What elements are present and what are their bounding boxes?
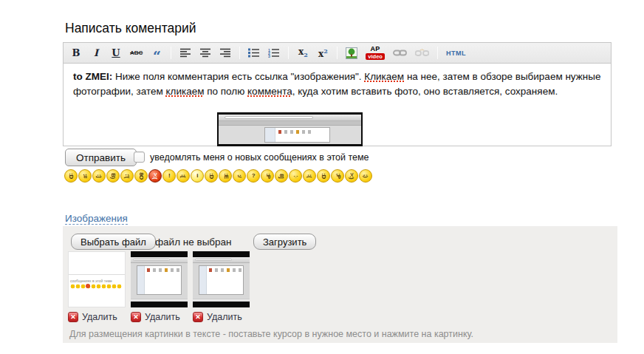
ordered-list-button[interactable]: 123 bbox=[268, 46, 280, 61]
mini-browser-chrome bbox=[131, 257, 188, 263]
emoticon-smirk[interactable]: :] bbox=[92, 169, 106, 183]
mini-divider bbox=[69, 274, 125, 275]
mini-window-body bbox=[193, 263, 250, 299]
align-left-button[interactable] bbox=[179, 46, 191, 61]
images-toggle-link[interactable]: Изображения bbox=[65, 213, 128, 225]
mini-status-bar bbox=[131, 299, 188, 302]
strikethrough-button[interactable]: ABC bbox=[130, 46, 143, 61]
comment-input-area[interactable]: to ZMEI: Ниже поля комментария есть ссыл… bbox=[64, 64, 611, 146]
mini-file-dialog bbox=[199, 265, 244, 295]
mini-file-dialog bbox=[137, 265, 182, 295]
emoticon-neutral[interactable]: -_- bbox=[289, 169, 302, 183]
toolbar-divider bbox=[337, 47, 338, 59]
quote-icon: “ bbox=[153, 52, 161, 60]
superscript-button[interactable]: x2 bbox=[317, 46, 329, 61]
mini-dialog-files bbox=[207, 266, 243, 294]
html-source-button[interactable]: HTML bbox=[446, 46, 466, 61]
emoticon-wink-tongue[interactable]: ;P bbox=[331, 169, 344, 183]
comment-segment: кликаем bbox=[165, 86, 204, 97]
comment-segment: Ниже поля комментария есть ссылка "изобр… bbox=[112, 71, 364, 82]
ap-label: AP bbox=[370, 46, 380, 52]
align-right-button[interactable] bbox=[219, 46, 231, 61]
remove-link-button[interactable] bbox=[415, 46, 429, 61]
toolbar-divider bbox=[437, 47, 438, 59]
insert-video-button[interactable]: AP video bbox=[366, 46, 385, 61]
insert-image-button[interactable] bbox=[346, 46, 357, 61]
emoticon-cool-sunglasses[interactable]: B) bbox=[106, 169, 120, 183]
emoticon-devil-grin[interactable]: >:) bbox=[345, 169, 358, 183]
comment-segment: по полю bbox=[204, 86, 247, 97]
emoticon-rolleyes[interactable]: 8] bbox=[275, 169, 288, 183]
emoticon-big-grin[interactable]: :D bbox=[317, 169, 330, 183]
unordered-list-button[interactable] bbox=[248, 46, 260, 61]
upload-button[interactable]: Загрузить bbox=[253, 234, 316, 250]
subscript-icon: x2 bbox=[298, 47, 308, 58]
align-center-icon bbox=[200, 48, 211, 58]
bold-icon: B bbox=[72, 47, 80, 58]
comment-segment: to ZMEI: bbox=[73, 71, 112, 82]
italic-button[interactable]: I bbox=[90, 46, 102, 61]
mini-emoticon-strip bbox=[70, 284, 122, 289]
comment-segment: коммента bbox=[247, 86, 292, 97]
emoticon-idea-bulb[interactable]: i bbox=[191, 169, 204, 183]
uploaded-thumbnail-1[interactable]: сообщениях в этой теме bbox=[68, 251, 126, 307]
emoticon-wink[interactable]: ;) bbox=[359, 169, 372, 183]
uploaded-thumbnail-2[interactable] bbox=[131, 251, 188, 307]
no-file-selected-text: файл не выбран bbox=[155, 236, 232, 248]
embedded-screenshot[interactable] bbox=[217, 112, 363, 146]
emoticon-laughing[interactable]: :D bbox=[64, 169, 78, 183]
toolbar-divider bbox=[288, 47, 289, 59]
mini-browser-chrome bbox=[193, 257, 250, 263]
blockquote-button[interactable]: “ bbox=[151, 46, 162, 61]
emoticon-tongue[interactable]: :P bbox=[261, 169, 274, 183]
broken-chain-icon bbox=[415, 48, 429, 58]
submit-button[interactable]: Отправить bbox=[65, 149, 137, 166]
mini-dialog-sidebar bbox=[265, 128, 275, 142]
mini-dialog-files bbox=[275, 128, 329, 142]
emoticon-doubt[interactable]: :/ bbox=[233, 169, 246, 183]
align-center-button[interactable] bbox=[199, 46, 211, 61]
comment-text: to ZMEI: Ниже поля комментария есть ссыл… bbox=[73, 69, 602, 99]
delete-image-2[interactable]: ✕ Удалить bbox=[131, 312, 180, 322]
underline-button[interactable]: U bbox=[110, 46, 122, 61]
italic-icon: I bbox=[94, 47, 98, 58]
mini-browser-chrome bbox=[219, 115, 361, 121]
unordered-list-icon bbox=[248, 48, 260, 58]
emoticon-happy[interactable]: :D bbox=[205, 169, 218, 183]
emoticon-eek[interactable]: 8O bbox=[134, 169, 148, 183]
mini-file-dialog bbox=[264, 127, 330, 143]
delete-image-1[interactable]: ✕ Удалить bbox=[68, 312, 117, 322]
comment-editor: B I U ABC “ bbox=[63, 42, 612, 146]
insert-link-button[interactable] bbox=[393, 46, 407, 61]
uploaded-thumbnail-3[interactable] bbox=[193, 251, 250, 307]
ordered-list-icon: 123 bbox=[268, 48, 280, 58]
toolbar-divider bbox=[171, 47, 171, 59]
editor-toolbar: B I U ABC “ bbox=[64, 43, 611, 64]
mini-dialog-sidebar bbox=[199, 266, 207, 294]
delete-label: Удалить bbox=[82, 312, 117, 322]
underline-icon: U bbox=[112, 47, 120, 58]
delete-x-icon: ✕ bbox=[68, 312, 78, 322]
emoticon-angry[interactable]: :[ bbox=[177, 169, 190, 183]
emoticon-crying[interactable]: :'( bbox=[120, 169, 134, 183]
mini-caption-text: сообщениях в этой теме bbox=[70, 279, 112, 283]
strikethrough-icon: ABC bbox=[130, 50, 143, 56]
images-upload-panel: Выбрать файл файл не выбран Загрузить со… bbox=[63, 226, 617, 343]
delete-image-3[interactable]: ✕ Удалить bbox=[193, 312, 242, 322]
emoticon-mad[interactable]: :E bbox=[219, 169, 232, 183]
emoticon-angry-devil[interactable]: >:( bbox=[148, 169, 162, 183]
emoticon-sad[interactable]: :( bbox=[303, 169, 316, 183]
mini-window-body bbox=[131, 263, 188, 299]
notify-checkbox[interactable] bbox=[134, 152, 145, 163]
choose-file-button[interactable]: Выбрать файл bbox=[71, 234, 156, 250]
emoticon-question[interactable]: ? bbox=[247, 169, 260, 183]
delete-label: Удалить bbox=[207, 312, 242, 322]
emoticon-exclamation[interactable]: ! bbox=[162, 169, 176, 183]
delete-label: Удалить bbox=[145, 312, 180, 322]
placement-hint-text: Для размещения картинки в тексте - поста… bbox=[69, 329, 473, 339]
emoticon-grinning-teeth[interactable]: :# bbox=[78, 169, 92, 183]
subscript-button[interactable]: x2 bbox=[297, 46, 309, 61]
bold-button[interactable]: B bbox=[70, 46, 82, 61]
svg-text:3: 3 bbox=[268, 54, 270, 58]
notify-checkbox-label: уведомлять меня о новых сообщениях в это… bbox=[150, 152, 369, 163]
